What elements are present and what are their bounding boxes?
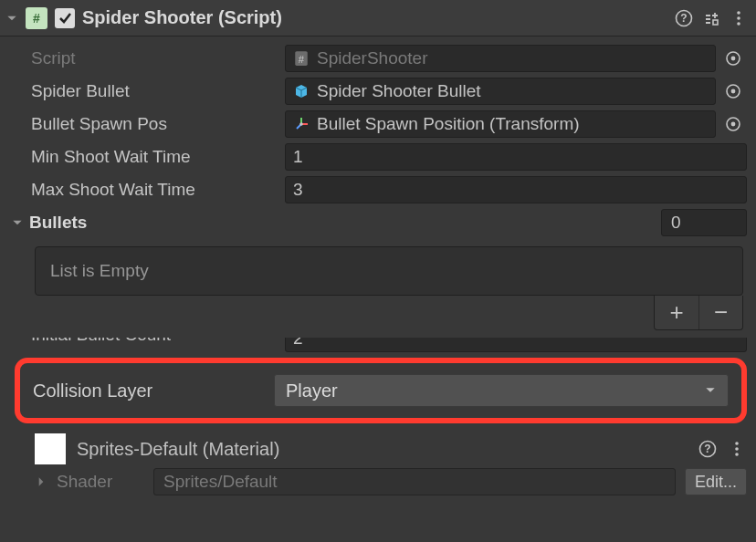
max-shoot-wait-row: Max Shoot Wait Time — [31, 173, 747, 206]
spider-bullet-row: Spider Bullet Spider Shooter Bullet — [31, 75, 747, 108]
svg-point-3 — [737, 11, 740, 15]
add-element-button[interactable]: + — [655, 296, 698, 329]
foldout-toggle[interactable] — [5, 12, 18, 25]
collision-layer-value: Player — [286, 380, 338, 401]
bullets-foldout-toggle[interactable] — [11, 216, 24, 229]
chevron-down-icon — [704, 380, 717, 401]
help-icon[interactable]: ? — [698, 439, 718, 459]
edit-button[interactable]: Edit... — [685, 468, 747, 495]
bullets-size-field[interactable] — [661, 209, 747, 236]
transform-icon — [293, 116, 310, 132]
shader-row: Shader Sprites/Default Edit... — [9, 465, 747, 498]
svg-point-19 — [735, 453, 739, 456]
component-header: # Spider Shooter (Script) ? — [0, 0, 756, 36]
bullet-spawn-pos-row: Bullet Spawn Pos Bullet Spawn Position (… — [31, 108, 747, 141]
svg-point-12 — [299, 122, 303, 126]
initial-bullet-count-input[interactable] — [293, 338, 739, 349]
remove-element-button[interactable]: − — [698, 296, 742, 329]
script-icon: # — [26, 7, 47, 29]
script-file-icon: # — [293, 50, 310, 67]
bullets-label: Bullets — [24, 213, 289, 233]
object-picker-icon[interactable] — [719, 78, 747, 105]
script-value: SpiderShooter — [317, 48, 427, 68]
edit-button-label: Edit... — [695, 473, 737, 492]
svg-text:?: ? — [704, 443, 710, 455]
spider-bullet-value: Spider Shooter Bullet — [317, 81, 481, 101]
svg-point-14 — [731, 122, 736, 127]
preset-icon[interactable] — [701, 8, 721, 28]
svg-text:#: # — [299, 54, 305, 65]
collision-layer-highlight: Collision Layer Player — [15, 358, 747, 423]
script-label: Script — [31, 48, 279, 68]
material-thumbnail — [35, 433, 66, 464]
shader-dropdown[interactable]: Sprites/Default — [153, 468, 676, 495]
svg-rect-2 — [713, 20, 718, 25]
svg-point-18 — [735, 447, 739, 451]
bullets-list-footer: + − — [35, 296, 743, 330]
bullets-empty-list: List is Empty — [35, 246, 743, 296]
bullets-array-header: Bullets — [11, 206, 747, 239]
shader-value: Sprites/Default — [163, 472, 278, 492]
min-shoot-wait-label: Min Shoot Wait Time — [31, 147, 279, 167]
svg-text:?: ? — [680, 12, 687, 25]
collision-layer-row: Collision Layer Player — [33, 372, 729, 409]
max-shoot-wait-label: Max Shoot Wait Time — [31, 180, 279, 200]
svg-point-11 — [731, 89, 736, 94]
max-shoot-wait-input[interactable] — [293, 180, 739, 200]
component-title: Spider Shooter (Script) — [82, 7, 282, 28]
script-row: Script # SpiderShooter — [31, 42, 747, 75]
bullets-size-input[interactable] — [671, 213, 737, 233]
material-header: Sprites-Default (Material) ? — [9, 433, 747, 465]
max-shoot-wait-field[interactable] — [285, 176, 747, 203]
svg-point-4 — [737, 16, 740, 20]
svg-point-5 — [737, 22, 740, 26]
bullet-spawn-pos-label: Bullet Spawn Pos — [31, 114, 279, 134]
bullet-spawn-pos-value: Bullet Spawn Position (Transform) — [317, 114, 580, 134]
bullet-spawn-pos-field[interactable]: Bullet Spawn Position (Transform) — [285, 110, 716, 138]
svg-point-17 — [735, 442, 739, 445]
collision-layer-dropdown[interactable]: Player — [274, 374, 729, 407]
spider-bullet-label: Spider Bullet — [31, 81, 279, 101]
object-picker-icon[interactable] — [719, 45, 747, 72]
help-icon[interactable]: ? — [674, 8, 694, 28]
min-shoot-wait-input[interactable] — [293, 147, 739, 167]
initial-bullet-count-row: Initial Bullet Count — [31, 338, 747, 356]
material-title: Sprites-Default (Material) — [77, 439, 279, 460]
context-menu-icon[interactable] — [727, 439, 747, 459]
bullets-empty-text: List is Empty — [50, 261, 149, 281]
min-shoot-wait-row: Min Shoot Wait Time — [31, 141, 747, 173]
script-field: # SpiderShooter — [285, 45, 716, 72]
svg-point-9 — [731, 57, 736, 61]
initial-bullet-count-label: Initial Bullet Count — [31, 338, 279, 345]
min-shoot-wait-field[interactable] — [285, 143, 747, 171]
prefab-icon — [293, 83, 310, 99]
shader-label: Shader — [57, 472, 144, 492]
material-foldout-toggle[interactable] — [35, 475, 47, 488]
initial-bullet-count-field[interactable] — [285, 338, 747, 352]
spider-bullet-field[interactable]: Spider Shooter Bullet — [285, 78, 716, 105]
object-picker-icon[interactable] — [719, 110, 747, 138]
enable-checkbox[interactable] — [55, 8, 75, 28]
context-menu-icon[interactable] — [729, 8, 749, 28]
collision-layer-label: Collision Layer — [33, 380, 268, 401]
